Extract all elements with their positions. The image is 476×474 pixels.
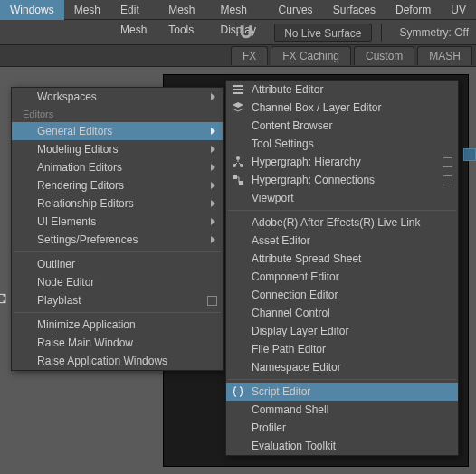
viewport-item[interactable]: Viewport <box>226 189 458 207</box>
menu-label: Content Browser <box>252 119 332 132</box>
svg-rect-4 <box>4 300 5 302</box>
attribute-editor-item[interactable]: Attribute Editor <box>226 81 458 99</box>
menu-label: Profiler <box>252 422 286 434</box>
layers-icon <box>232 101 244 114</box>
menu-label: Display Layer Editor <box>252 325 348 337</box>
magnet-icon[interactable] <box>236 23 256 43</box>
chevron-right-icon <box>211 236 215 243</box>
menu-label: Attribute Spread Sheet <box>252 252 361 265</box>
tool-settings-item[interactable]: Tool Settings <box>226 135 458 153</box>
menu-label: Raise Application Windows <box>37 355 167 367</box>
menu-deform[interactable]: Deform <box>386 0 441 20</box>
playblast-item[interactable]: Playblast <box>12 291 223 309</box>
chevron-right-icon <box>211 93 215 100</box>
svg-rect-6 <box>233 89 243 90</box>
menu-label: Command Shell <box>252 403 328 416</box>
tab-mash[interactable]: MASH <box>417 46 472 65</box>
windows-menu: Workspaces Editors General Editors Model… <box>11 87 224 371</box>
menu-label: Evaluation Toolkit <box>252 440 336 452</box>
channel-box-item[interactable]: Channel Box / Layer Editor <box>226 99 458 117</box>
tab-fx[interactable]: FX <box>231 46 268 65</box>
menu-label: Script Editor <box>252 385 310 398</box>
braces-icon <box>232 385 244 398</box>
graph-icon <box>232 174 244 186</box>
raise-application-windows-item[interactable]: Raise Application Windows <box>12 352 223 370</box>
option-box-icon[interactable] <box>443 175 452 185</box>
menu-label: Asset Editor <box>252 234 310 247</box>
evaluation-toolkit-item[interactable]: Evaluation Toolkit <box>226 437 458 455</box>
editors-section-label: Editors <box>12 106 223 122</box>
settings-preferences-submenu[interactable]: Settings/Preferences <box>12 231 223 249</box>
minimize-application-item[interactable]: Minimize Application <box>12 316 223 334</box>
asset-editor-item[interactable]: Asset Editor <box>226 232 458 250</box>
rendering-editors-submenu[interactable]: Rendering Editors <box>12 176 223 194</box>
attribute-spread-sheet-item[interactable]: Attribute Spread Sheet <box>226 250 458 268</box>
tab-fx-caching[interactable]: FX Caching <box>271 46 351 65</box>
chevron-right-icon <box>211 218 215 225</box>
profiler-item[interactable]: Profiler <box>226 419 458 437</box>
ae-live-link-item[interactable]: Adobe(R) After Effects(R) Live Link <box>226 213 458 232</box>
menu-label: Raise Main Window <box>37 337 133 349</box>
hypergraph-connections-item[interactable]: Hypergraph: Connections <box>226 171 458 189</box>
namespace-editor-item[interactable]: Namespace Editor <box>226 358 458 376</box>
menu-label: Node Editor <box>37 276 94 289</box>
content-browser-item[interactable]: Content Browser <box>226 117 458 135</box>
menu-mesh-display[interactable]: Mesh Display <box>211 0 269 20</box>
menu-mesh-tools[interactable]: Mesh Tools <box>158 0 210 20</box>
menu-label: Component Editor <box>252 270 339 283</box>
workspaces-submenu[interactable]: Workspaces <box>12 88 223 106</box>
tab-custom[interactable]: Custom <box>354 46 414 65</box>
svg-rect-7 <box>233 92 243 94</box>
ui-elements-submenu[interactable]: UI Elements <box>12 213 223 231</box>
channel-control-item[interactable]: Channel Control <box>226 304 458 322</box>
connection-editor-item[interactable]: Connection Editor <box>226 286 458 304</box>
menu-label: UI Elements <box>37 215 96 228</box>
toolbar: No Live Surface Symmetry: Off <box>0 20 476 45</box>
command-shell-item[interactable]: Command Shell <box>226 401 458 419</box>
svg-point-8 <box>236 156 240 160</box>
display-layer-editor-item[interactable]: Display Layer Editor <box>226 322 458 340</box>
relationship-editors-submenu[interactable]: Relationship Editors <box>12 194 223 213</box>
menu-uv[interactable]: UV <box>441 0 476 20</box>
menu-mesh[interactable]: Mesh <box>64 0 110 20</box>
menu-label: Animation Editors <box>37 161 122 174</box>
menu-surfaces[interactable]: Surfaces <box>323 0 386 20</box>
general-editors-menu: Attribute Editor Channel Box / Layer Edi… <box>225 80 459 456</box>
script-editor-item[interactable]: Script Editor <box>226 383 458 401</box>
svg-rect-5 <box>233 85 243 87</box>
option-box-icon[interactable] <box>207 296 217 306</box>
general-editors-submenu[interactable]: General Editors <box>12 122 223 140</box>
menu-label: Channel Control <box>252 307 330 319</box>
option-box-icon[interactable] <box>443 157 452 167</box>
menu-label: Viewport <box>252 192 293 204</box>
menu-label: Hypergraph: Hierarchy <box>252 156 361 168</box>
menu-label: Hypergraph: Connections <box>252 174 375 186</box>
chevron-right-icon <box>211 164 215 171</box>
menu-separator <box>14 251 221 252</box>
menu-label: File Path Editor <box>252 343 326 356</box>
raise-main-window-item[interactable]: Raise Main Window <box>12 334 223 352</box>
live-surface-dropdown[interactable]: No Live Surface <box>274 24 371 42</box>
menu-label: Workspaces <box>37 90 97 103</box>
chevron-right-icon <box>211 146 215 153</box>
list-icon <box>232 83 244 96</box>
hypergraph-hierarchy-item[interactable]: Hypergraph: Hierarchy <box>226 153 458 171</box>
menu-label: Outliner <box>37 258 75 270</box>
node-editor-item[interactable]: Node Editor <box>12 273 223 291</box>
menu-label: Connection Editor <box>252 289 338 301</box>
panel-toggle-icon[interactable] <box>463 148 476 161</box>
menu-windows[interactable]: Windows <box>0 0 64 20</box>
menu-label: Settings/Preferences <box>37 233 138 246</box>
menu-edit-mesh[interactable]: Edit Mesh <box>110 0 158 20</box>
outliner-item[interactable]: Outliner <box>12 255 223 273</box>
modeling-editors-submenu[interactable]: Modeling Editors <box>12 140 223 158</box>
file-path-editor-item[interactable]: File Path Editor <box>226 340 458 358</box>
svg-rect-12 <box>239 181 243 185</box>
symmetry-dropdown[interactable]: Symmetry: Off <box>400 26 469 39</box>
component-editor-item[interactable]: Component Editor <box>226 268 458 286</box>
animation-editors-submenu[interactable]: Animation Editors <box>12 158 223 176</box>
menu-curves[interactable]: Curves <box>269 0 323 20</box>
menu-label: Playblast <box>37 294 81 307</box>
chevron-right-icon <box>211 182 215 189</box>
svg-rect-11 <box>233 175 237 179</box>
